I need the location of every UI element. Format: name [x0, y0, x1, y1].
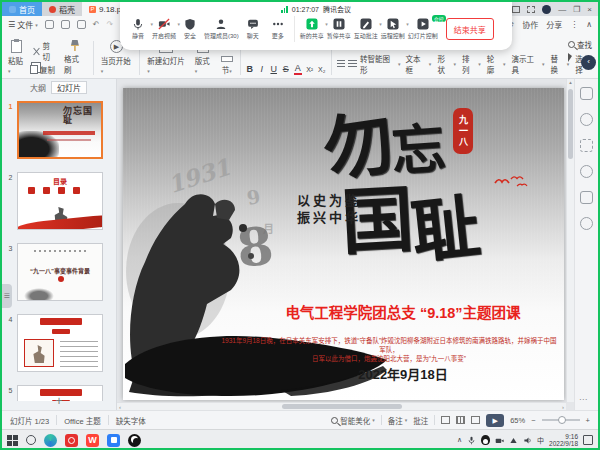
new-share-button[interactable]: ▾ 新的共享 — [300, 18, 324, 40]
shapes-button[interactable]: 形状▾ — [437, 53, 456, 75]
panel-handle[interactable]: ☰ — [2, 284, 12, 308]
action-center-icon[interactable] — [583, 435, 593, 445]
slide-thumbnail-1[interactable]: 1 勿忘国耻 — [4, 101, 103, 159]
pause-share-button[interactable]: 暂停共享 — [327, 18, 351, 40]
restore-button[interactable]: ❐ — [573, 5, 580, 14]
camera-tray-icon[interactable] — [495, 436, 504, 445]
file-menu[interactable]: ☰ 文件 ▾ — [8, 19, 38, 30]
slide-thumbnail-3[interactable]: 3 “九一八”事变事件背景 — [4, 243, 103, 301]
reading-view-icon[interactable] — [471, 416, 480, 424]
reading-layout-icon[interactable] — [512, 6, 520, 13]
collab-button[interactable]: 协作 — [522, 19, 538, 30]
red-app-icon[interactable] — [65, 434, 78, 447]
minimize-button[interactable]: — — [558, 5, 566, 14]
tab-slides[interactable]: 幻灯片 — [51, 81, 87, 94]
manage-members-button[interactable]: 管理成员(30) — [204, 18, 239, 40]
mic-tray-icon[interactable] — [467, 436, 476, 445]
slide-control-button[interactable]: 会控 幻灯片控制 — [408, 18, 438, 40]
ribbon-collapse-chevron[interactable]: ∧ — [586, 20, 592, 29]
chat-button[interactable]: 聊天 — [242, 18, 264, 40]
layout-switch-icon[interactable] — [527, 6, 535, 13]
missing-font-warning[interactable]: 缺失字体 — [116, 415, 146, 426]
scroll-right-icon[interactable]: › — [562, 404, 564, 410]
style-panel-icon[interactable] — [580, 87, 593, 100]
network-tray-icon[interactable] — [509, 436, 518, 445]
animation-panel-icon[interactable] — [580, 113, 593, 126]
more-panels-icon[interactable]: ⋯ — [579, 395, 587, 404]
undo-button[interactable]: ↶ — [93, 20, 100, 29]
record-panel-icon[interactable] — [580, 217, 593, 230]
tray-expand-icon[interactable]: ∧ — [457, 436, 462, 444]
edge-browser-icon[interactable] — [44, 434, 57, 447]
demo-tools-button[interactable]: 演示工具▾ — [511, 53, 544, 75]
scroll-left-icon[interactable]: ‹ — [119, 404, 121, 410]
notes-button[interactable]: 备注▾ — [388, 415, 408, 426]
save-icon[interactable] — [45, 20, 54, 29]
security-button[interactable]: 安全 — [179, 18, 201, 40]
vscroll-thumb[interactable] — [568, 89, 573, 159]
slide-thumbnail-2[interactable]: 2 目录 — [4, 172, 103, 230]
normal-view-icon[interactable] — [441, 416, 450, 424]
print-icon[interactable] — [77, 20, 86, 29]
slideshow-play-button[interactable]: ▶ — [486, 414, 504, 427]
zoom-slider[interactable] — [542, 419, 580, 421]
text-box-button[interactable]: 文本框▾ — [405, 53, 431, 75]
add-slide-button[interactable]: + — [2, 394, 116, 408]
current-slide[interactable]: 1931 9 月 18 勿 忘 国 — [123, 88, 564, 400]
help-panel-icon[interactable] — [580, 165, 593, 178]
resource-panel-icon[interactable] — [580, 191, 593, 204]
close-button[interactable]: × — [587, 5, 592, 14]
section-button[interactable]: 节▾ — [219, 56, 235, 75]
underline-button[interactable]: U — [270, 64, 278, 74]
zoom-slider-knob[interactable] — [558, 416, 566, 424]
export-icon[interactable] — [61, 20, 70, 29]
wps-office-icon[interactable]: W — [86, 434, 99, 447]
volume-tray-icon[interactable] — [523, 436, 532, 445]
arrange-button[interactable]: 排列▾ — [462, 53, 481, 75]
zoom-level[interactable]: 65% — [510, 416, 525, 425]
slide-canvas[interactable]: 1931 9 月 18 勿 忘 国 — [117, 79, 574, 410]
bold-button[interactable]: B — [246, 64, 254, 74]
layers-panel-icon[interactable] — [580, 139, 593, 152]
qq-tray-icon[interactable] — [481, 435, 490, 445]
tab-home[interactable]: 首页 — [2, 2, 42, 16]
sorter-view-icon[interactable] — [456, 416, 465, 424]
ime-indicator[interactable]: 中 — [537, 435, 544, 445]
hscroll-thumb[interactable] — [282, 404, 402, 409]
tab-outline[interactable]: 大纲 — [30, 82, 46, 93]
taskbar-clock[interactable]: 9:16 2022/9/18 — [549, 433, 578, 447]
annotation-button[interactable]: ▾ 互动批注 — [354, 18, 378, 40]
kebab-menu[interactable]: ⋮ — [570, 20, 578, 29]
cut-button[interactable]: 剪切 — [32, 40, 57, 62]
comments-button[interactable]: 批注 — [413, 415, 428, 426]
meeting-app-icon[interactable] — [107, 434, 120, 447]
number-list-icon[interactable] — [348, 60, 357, 68]
slide-thumbnail-4[interactable]: 4 — [4, 314, 103, 372]
share-button[interactable]: 分享 — [546, 19, 562, 30]
end-share-button[interactable]: 结束共享 — [446, 18, 494, 40]
redo-button[interactable]: ↷ — [106, 20, 113, 29]
beautify-button[interactable]: 智能美化▾ — [331, 415, 375, 426]
start-button[interactable] — [7, 435, 18, 446]
copy-button[interactable]: 复制 — [32, 64, 57, 75]
horizontal-scrollbar[interactable]: ‹ › — [117, 402, 566, 410]
paste-button[interactable]: 粘贴▾ — [6, 40, 27, 75]
scroll-up-icon[interactable]: ▴ — [569, 79, 572, 85]
more-button[interactable]: 更多 — [267, 18, 289, 40]
italic-button[interactable]: I — [258, 64, 266, 74]
remote-control-button[interactable]: ▾ 远程控制 — [381, 18, 405, 40]
start-video-button[interactable]: ▾ 开启视频 — [152, 18, 176, 40]
find-button[interactable]: 查找 — [568, 39, 592, 50]
vertical-scrollbar[interactable]: ▴ — [566, 79, 574, 402]
search-icon[interactable] — [26, 435, 36, 445]
outline-button[interactable]: 轮廓▾ — [487, 53, 506, 75]
zoom-in-button[interactable]: + — [586, 416, 590, 425]
replace-button[interactable]: 替换▾ — [551, 53, 570, 75]
bullet-list-icon[interactable] — [337, 60, 346, 68]
subscript-button[interactable]: X₂ — [318, 66, 326, 73]
zoom-out-button[interactable]: − — [531, 416, 535, 425]
sidebar-collapse-button[interactable]: ‹ — [581, 55, 596, 70]
tab-docer[interactable]: 稻壳 — [42, 2, 82, 16]
mute-button[interactable]: ▾ 静音 — [127, 18, 149, 40]
strikethrough-button[interactable]: S — [282, 64, 290, 74]
